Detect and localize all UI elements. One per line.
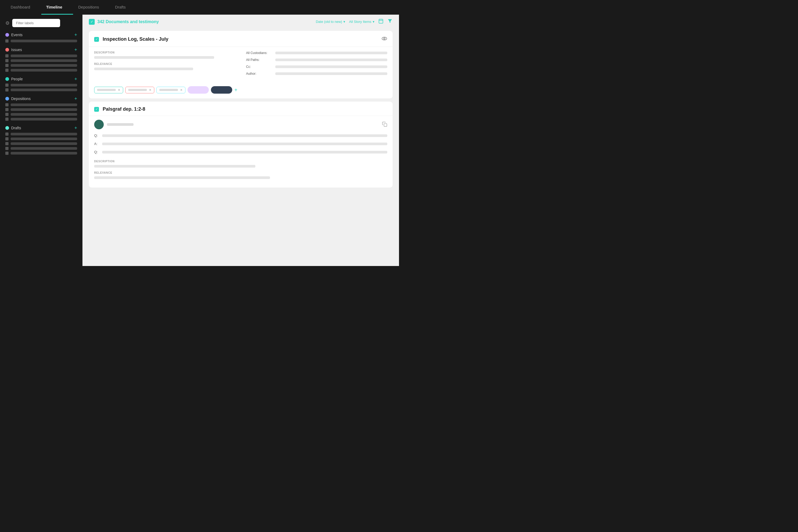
card-meta-1: All Custodians: All Paths: Cc: Auth [246, 51, 387, 79]
item-bar [11, 55, 77, 57]
add-tag-button[interactable]: + [234, 87, 238, 93]
calendar-icon[interactable] [378, 18, 384, 25]
card-checkbox-2[interactable]: ✓ [94, 107, 99, 112]
add-people-button[interactable]: + [74, 77, 77, 81]
add-events-button[interactable]: + [74, 33, 77, 37]
qa-bar-q2 [102, 151, 387, 153]
add-issues-button[interactable]: + [74, 48, 77, 52]
item-checkbox[interactable] [5, 103, 8, 107]
sidebar-section-issues-header: Issues + [5, 48, 77, 52]
item-checkbox[interactable] [5, 118, 8, 121]
item-checkbox[interactable] [5, 142, 8, 145]
people-items [5, 83, 77, 92]
layout: ⚙ Events + [0, 15, 399, 266]
meta-bar-author [275, 72, 387, 75]
eye-icon-1[interactable] [381, 36, 387, 43]
item-bar [11, 118, 77, 120]
list-item [5, 103, 77, 107]
dot-issues [5, 48, 9, 52]
tag-bar [159, 89, 178, 91]
dep-deponent-row [89, 116, 393, 131]
close-icon[interactable]: ✕ [149, 88, 151, 92]
issues-items [5, 54, 77, 72]
nav-depositions[interactable]: Depositions [78, 5, 99, 9]
item-bar [11, 103, 77, 106]
nav-timeline[interactable]: Timeline [46, 5, 62, 9]
filter-labels-input[interactable] [12, 19, 60, 27]
nav-dashboard[interactable]: Dashboard [11, 5, 30, 9]
item-checkbox[interactable] [5, 83, 8, 87]
svg-point-5 [384, 38, 385, 39]
list-item [5, 152, 77, 155]
check-icon: ✓ [89, 19, 95, 25]
item-bar [11, 108, 77, 111]
tag-chip-red: ✕ [125, 87, 154, 93]
tag-pill-purple [188, 86, 209, 94]
filter-arrow-icon: ▾ [373, 20, 375, 24]
sidebar-section-depositions-header: Depositions + [5, 96, 77, 101]
depositions-items [5, 103, 77, 121]
sidebar-title-drafts: Drafts [5, 126, 21, 130]
item-checkbox[interactable] [5, 59, 8, 62]
qa-bar-q1 [102, 134, 387, 137]
relevance-bar-2 [94, 176, 270, 179]
list-item [5, 132, 77, 136]
sort-arrow-icon: ▾ [343, 20, 345, 24]
label-issues: Issues [11, 48, 22, 52]
item-checkbox[interactable] [5, 108, 8, 111]
qa-label-q2: Q: [94, 150, 99, 154]
main-header-left: ✓ 342 Documents and testimony [89, 19, 159, 25]
list-item [5, 113, 77, 116]
meta-row-cc: Cc: [246, 65, 387, 69]
item-checkbox[interactable] [5, 54, 8, 57]
add-depositions-button[interactable]: + [74, 96, 77, 101]
item-checkbox[interactable] [5, 88, 8, 92]
card-palsgraf: ✓ Palsgraf dep. 1:2-8 Q: [89, 101, 393, 188]
cards-container: ✓ Inspection Log, Scales - July DESCRIPT… [82, 29, 399, 194]
close-icon[interactable]: ✕ [118, 88, 120, 92]
item-checkbox[interactable] [5, 137, 8, 140]
relevance-bar-1 [94, 68, 193, 70]
item-checkbox[interactable] [5, 39, 8, 42]
copy-icon[interactable] [382, 121, 387, 128]
qa-row-q1: Q: [89, 131, 393, 140]
meta-key-custodians: All Custodians: [246, 51, 273, 55]
tag-chip-teal: ✕ [94, 87, 123, 93]
label-drafts: Drafts [11, 126, 21, 130]
label-depositions: Depositions [11, 97, 31, 101]
sort-button[interactable]: Date (old to new) ▾ [316, 20, 345, 24]
add-drafts-button[interactable]: + [74, 126, 77, 130]
item-checkbox[interactable] [5, 69, 8, 72]
card-left-1: DESCRIPTION RELEVANCE [94, 51, 235, 79]
description-label-1: DESCRIPTION [94, 51, 235, 54]
item-checkbox[interactable] [5, 132, 8, 136]
tag-pill-dark [211, 86, 232, 94]
sidebar-section-drafts: Drafts + [5, 126, 77, 155]
item-bar [11, 147, 77, 150]
card-checkbox-1[interactable]: ✓ [94, 37, 99, 42]
filter-bar: ⚙ [5, 19, 77, 27]
sidebar-section-people: People + [5, 77, 77, 92]
filter-funnel-icon[interactable] [387, 18, 393, 25]
sidebar-section-events-header: Events + [5, 33, 77, 37]
close-icon[interactable]: ✕ [180, 88, 183, 92]
item-bar [11, 137, 77, 140]
filter-button[interactable]: All Story Items ▾ [349, 20, 375, 24]
dot-depositions [5, 97, 9, 100]
gear-icon[interactable]: ⚙ [5, 20, 10, 26]
item-bar [11, 152, 77, 155]
card-palsgraf-header: ✓ Palsgraf dep. 1:2-8 [89, 101, 393, 116]
nav-drafts[interactable]: Drafts [115, 5, 126, 9]
item-checkbox[interactable] [5, 152, 8, 155]
top-nav: Dashboard Timeline Depositions Drafts [0, 0, 399, 14]
qa-row-a1: A: [89, 140, 393, 148]
sidebar-title-people: People [5, 77, 23, 81]
dep-avatar [94, 120, 104, 129]
item-checkbox[interactable] [5, 147, 8, 150]
list-item [5, 54, 77, 57]
card-title-2: Palsgraf dep. 1:2-8 [103, 107, 387, 112]
item-checkbox[interactable] [5, 64, 8, 67]
sidebar-section-issues: Issues + [5, 48, 77, 72]
item-checkbox[interactable] [5, 113, 8, 116]
label-people: People [11, 77, 23, 81]
